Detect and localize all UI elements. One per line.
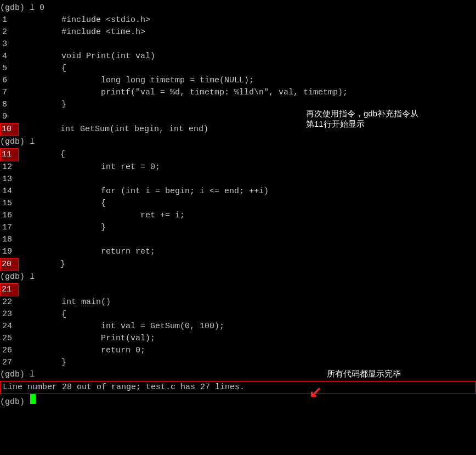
- code-line: 2 #include <time.h>: [0, 26, 476, 38]
- line-number: 23: [0, 308, 20, 321]
- line-number: 14: [0, 186, 20, 198]
- gdb-prompt-line: (gdb) l: [0, 136, 476, 148]
- line-number: 19: [0, 246, 20, 258]
- line-content: Print(val);: [20, 333, 155, 345]
- line-content: }: [20, 222, 106, 234]
- line-number: 5: [0, 63, 20, 75]
- line-number: 8: [0, 99, 20, 111]
- line-content: int main(): [20, 296, 111, 308]
- line-content: }: [19, 259, 65, 271]
- code-line: 27 }: [0, 357, 476, 369]
- code-line: 24 int val = GetSum(0, 100);: [0, 321, 476, 333]
- code-line: 1 #include <stdio.h>: [0, 14, 476, 26]
- annotation-arrow-2: ↙: [309, 383, 321, 401]
- code-line: 18: [0, 234, 476, 246]
- code-line: 25 Print(val);: [0, 333, 476, 345]
- line-number: 6: [0, 75, 20, 87]
- code-area: (gdb) l 01 #include <stdio.h>2 #include …: [0, 0, 476, 411]
- code-line: 6 long long timetmp = time(NULL);: [0, 75, 476, 87]
- code-line: 4 void Print(int val): [0, 50, 476, 63]
- line-content: int ret = 0;: [20, 161, 160, 173]
- line-content: }: [20, 357, 66, 369]
- code-line: 12 int ret = 0;: [0, 161, 476, 173]
- line-number: 21: [0, 283, 19, 296]
- code-line: 13: [0, 173, 476, 186]
- line-content: printf("val = %d, timetmp: %lld\n", val,…: [20, 87, 348, 99]
- line-number: 2: [0, 26, 20, 38]
- line-content: ret += i;: [20, 210, 185, 222]
- line-content: return ret;: [20, 246, 155, 258]
- line-content: for (int i = begin; i <= end; ++i): [20, 186, 269, 198]
- line-number: 24: [0, 321, 20, 333]
- code-line: 7 printf("val = %d, timetmp: %lld\n", va…: [0, 87, 476, 99]
- code-line: 20 }: [0, 258, 476, 271]
- line-number: 11: [0, 148, 19, 161]
- code-line: 15 {: [0, 198, 476, 210]
- line-number: 9: [0, 111, 20, 123]
- gdb-cursor-line: (gdb): [0, 394, 476, 408]
- code-line: 3: [0, 38, 476, 50]
- line-number: 3: [0, 38, 20, 50]
- line-content: #include <time.h>: [20, 26, 145, 38]
- line-number: 1: [0, 14, 20, 26]
- code-line: 5 {: [0, 63, 476, 75]
- terminal-cursor: [30, 394, 36, 404]
- gdb-prompt-line: (gdb) l 0: [0, 2, 476, 14]
- code-line: 22 int main(): [0, 296, 476, 308]
- line-number: 20: [0, 258, 19, 271]
- terminal: (gdb) l 01 #include <stdio.h>2 #include …: [0, 0, 476, 455]
- line-number: 25: [0, 333, 20, 345]
- annotation-gdb-continues: 再次使用指令，gdb补充指令从 第11行开始显示: [306, 109, 418, 130]
- line-content: int GetSum(int begin, int end): [19, 123, 208, 136]
- line-content: }: [20, 99, 66, 111]
- line-number: 13: [0, 173, 20, 186]
- gdb-prompt-line: (gdb) l: [0, 271, 476, 283]
- line-content: return 0;: [20, 345, 145, 357]
- code-line: 21: [0, 283, 476, 296]
- line-number: 17: [0, 222, 20, 234]
- code-line: 26 return 0;: [0, 345, 476, 357]
- line-number: 10: [0, 123, 19, 136]
- line-content: void Print(int val): [20, 50, 155, 63]
- line-number: 27: [0, 357, 20, 369]
- line-content: #include <stdio.h>: [20, 14, 150, 26]
- code-line: 19 return ret;: [0, 246, 476, 258]
- line-number: 12: [0, 161, 20, 173]
- line-number: 4: [0, 50, 20, 63]
- code-line: 14 for (int i = begin; i <= end; ++i): [0, 186, 476, 198]
- line-number: 22: [0, 296, 20, 308]
- gdb-prompt-line: (gdb) l: [0, 369, 476, 381]
- line-number: 7: [0, 87, 20, 99]
- line-content: {: [20, 308, 66, 321]
- code-line: 11 {: [0, 148, 476, 161]
- line-content: int val = GetSum(0, 100);: [20, 321, 224, 333]
- line-content: {: [19, 149, 65, 161]
- line-number: 15: [0, 198, 20, 210]
- line-number: 18: [0, 234, 20, 246]
- line-number: 26: [0, 345, 20, 357]
- error-line: Line number 28 out of range; test.c has …: [0, 381, 476, 394]
- line-number: 16: [0, 210, 20, 222]
- code-line: 17 }: [0, 222, 476, 234]
- annotation-all-shown: 所有代码都显示完毕: [327, 369, 401, 379]
- line-content: {: [20, 63, 66, 75]
- line-content: long long timetmp = time(NULL);: [20, 75, 254, 87]
- code-line: 16 ret += i;: [0, 210, 476, 222]
- code-line: 23 {: [0, 308, 476, 321]
- line-content: {: [20, 198, 106, 210]
